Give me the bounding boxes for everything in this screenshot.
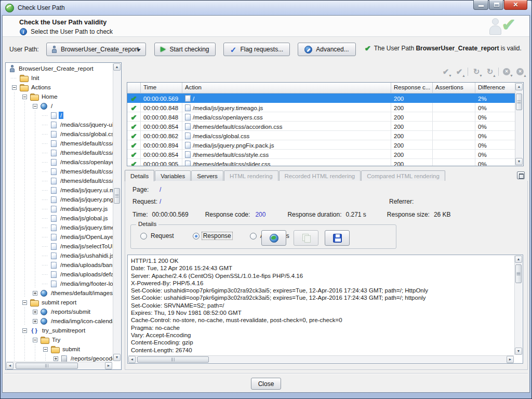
open-in-browser-button[interactable] [261, 230, 286, 246]
difference-cell: 0% [475, 140, 515, 150]
column-header-Difference[interactable]: Difference [475, 83, 515, 94]
response-vscroll-thumb[interactable] [515, 264, 522, 283]
tab-details[interactable]: Details [125, 170, 154, 181]
start-checking-button[interactable]: Start checking [154, 43, 216, 56]
minimize-button[interactable] [473, 0, 488, 10]
collapse-icon[interactable] [22, 328, 27, 333]
tree-item[interactable]: /media/uploads/banne [6, 260, 113, 270]
tree-item[interactable]: /media/js/jquery.pngF [6, 195, 113, 204]
tree-item[interactable]: Actions [6, 83, 113, 92]
tree-item[interactable]: / [6, 101, 113, 111]
tree-item[interactable]: Init [6, 73, 113, 83]
scroll-right-icon[interactable]: ► [507, 356, 514, 363]
scroll-up-icon[interactable]: ▲ [515, 83, 523, 90]
response-headers-view[interactable]: HTTP/1.1 200 OKDate: Tue, 12 Apr 2016 15… [127, 255, 523, 364]
scroll-down-icon[interactable]: ▼ [515, 158, 523, 165]
result-row[interactable]: ✔00:00:00.894/media/js/jquery.pngFix.pac… [127, 140, 523, 150]
result-row[interactable]: ✔00:00:00.854/themes/default/css/style.c… [127, 150, 523, 159]
result-row[interactable]: ✔00:00:00.848/media/js/jquery.timeago.js… [127, 103, 523, 112]
tree-vscroll-thumb[interactable] [114, 188, 120, 204]
tree-item[interactable]: /media/img/footer-logo [6, 279, 113, 288]
result-row[interactable]: ✔00:00:00.905/themes/default/css/slider.… [127, 159, 523, 166]
tree-item[interactable]: /media/img/icon-calendar.g [6, 316, 113, 326]
tree-item[interactable]: /media/uploads/defaul [6, 270, 113, 279]
tree-item[interactable]: / [6, 111, 113, 120]
tree-item[interactable]: /themes/default/css/b [6, 148, 113, 157]
result-row[interactable]: ✔00:00:00.854/themes/default/css/accordi… [127, 122, 523, 131]
response-horizontal-scrollbar[interactable]: ◄ ► [128, 355, 514, 363]
tree-item[interactable]: submit [6, 344, 113, 354]
collapse-icon[interactable] [33, 104, 37, 109]
maximize-panel-button[interactable] [517, 171, 525, 179]
table-vertical-scrollbar[interactable]: ▲ ▼ [515, 83, 523, 165]
collapse-icon[interactable] [43, 347, 48, 352]
collapse-icon[interactable] [22, 95, 27, 99]
collapse-icon[interactable] [12, 85, 17, 90]
tree-item[interactable]: /themes/default/images/pa [6, 288, 113, 298]
tree-item[interactable]: /media/js/ushahidi.js [6, 251, 113, 260]
result-row[interactable]: ✔00:00:00.862/media/css/global.css2000% [127, 131, 523, 140]
collapse-icon[interactable] [22, 300, 27, 305]
tree-item[interactable]: /themes/default/css/sl [6, 176, 113, 185]
column-header-Time[interactable]: Time [141, 83, 182, 94]
tree-item[interactable]: /themes/default/css/a [6, 139, 113, 148]
tree-item[interactable]: /media/js/jquery.js [6, 204, 113, 214]
scroll-right-icon[interactable]: ► [105, 362, 112, 369]
flag-requests-button[interactable]: ✓ Flag requests... [223, 43, 290, 56]
column-header-Response c...[interactable]: Response c... [391, 83, 433, 94]
scroll-down-icon[interactable]: ▼ [113, 354, 121, 361]
tree-hscroll-thumb[interactable] [16, 363, 78, 369]
tree-item[interactable]: /media/js/OpenLayers [6, 232, 113, 242]
radio-request[interactable]: Request [140, 232, 175, 240]
table-vscroll-thumb[interactable] [516, 94, 522, 110]
tree-item[interactable]: { }try_submitreport [6, 326, 113, 335]
column-header-Action[interactable]: Action [182, 83, 391, 94]
save-button[interactable] [325, 230, 350, 246]
tree-item[interactable]: /media/js/jquery.timea [6, 223, 113, 232]
tree-item[interactable]: Home [6, 92, 113, 101]
tree-item[interactable]: /media/css/jquery-ui-t [6, 120, 113, 129]
close-button[interactable]: Close [251, 378, 281, 390]
scroll-left-icon[interactable]: ◄ [6, 362, 14, 369]
column-header-Assertions[interactable]: Assertions [433, 83, 475, 94]
tree-item[interactable]: /themes/default/css/st [6, 167, 113, 176]
user-path-dropdown[interactable]: BrowserUser_Create_report [46, 43, 146, 56]
response-hscroll-thumb[interactable] [137, 356, 209, 363]
column-header-status[interactable] [127, 83, 141, 94]
result-row[interactable]: ✔00:00:00.569/2002% [127, 94, 523, 103]
tree-item[interactable]: /reports/geocode/ [6, 354, 113, 362]
advanced-button[interactable]: Advanced... [298, 43, 356, 56]
scroll-up-icon[interactable]: ▲ [515, 256, 522, 263]
tab-servers[interactable]: Servers [191, 170, 223, 181]
scroll-left-icon[interactable]: ◄ [128, 356, 136, 363]
time-cell: 00:00:00.854 [141, 122, 182, 131]
scroll-up-icon[interactable]: ▲ [113, 63, 121, 71]
tree-item[interactable]: /media/js/global.js [6, 214, 113, 223]
scroll-down-icon[interactable]: ▼ [515, 348, 522, 355]
tree-guide [19, 157, 30, 167]
expand-icon[interactable] [54, 356, 58, 361]
expand-icon[interactable] [33, 310, 37, 314]
expand-icon[interactable] [33, 291, 37, 296]
tab-variables[interactable]: Variables [155, 170, 191, 181]
tree-item[interactable]: submit report [6, 298, 113, 307]
tree-item[interactable]: /media/css/openlayers [6, 157, 113, 167]
page-value-link[interactable]: / [159, 186, 161, 193]
tree-vertical-scrollbar[interactable]: ▲ ▼ [113, 63, 121, 361]
tree-item[interactable]: /media/js/selectToUISl [6, 242, 113, 251]
radio-response[interactable]: Response [193, 232, 232, 240]
expand-icon[interactable] [33, 319, 37, 324]
tree-item[interactable]: /media/js/jquery.ui.mi [6, 185, 113, 195]
result-row[interactable]: ✔00:00:00.848/media/css/openlayers.css20… [127, 112, 523, 122]
tree-item[interactable]: /reports/submit [6, 307, 113, 316]
collapse-icon[interactable] [33, 338, 37, 342]
tree-item[interactable]: BrowserUser_Create_report [6, 64, 113, 73]
results-table-header[interactable]: TimeActionResponse c...AssertionsDiffere… [127, 83, 523, 94]
response-vertical-scrollbar[interactable]: ▲ ▼ [514, 256, 522, 355]
maximize-button[interactable] [489, 0, 503, 10]
tree-item[interactable]: Try [6, 335, 113, 344]
tree-item[interactable]: /media/css/global.css [6, 129, 113, 139]
request-value-link[interactable]: / [159, 198, 161, 205]
close-window-button[interactable]: ✕ [504, 0, 527, 10]
tree-horizontal-scrollbar[interactable]: ◄ ► [6, 362, 112, 369]
